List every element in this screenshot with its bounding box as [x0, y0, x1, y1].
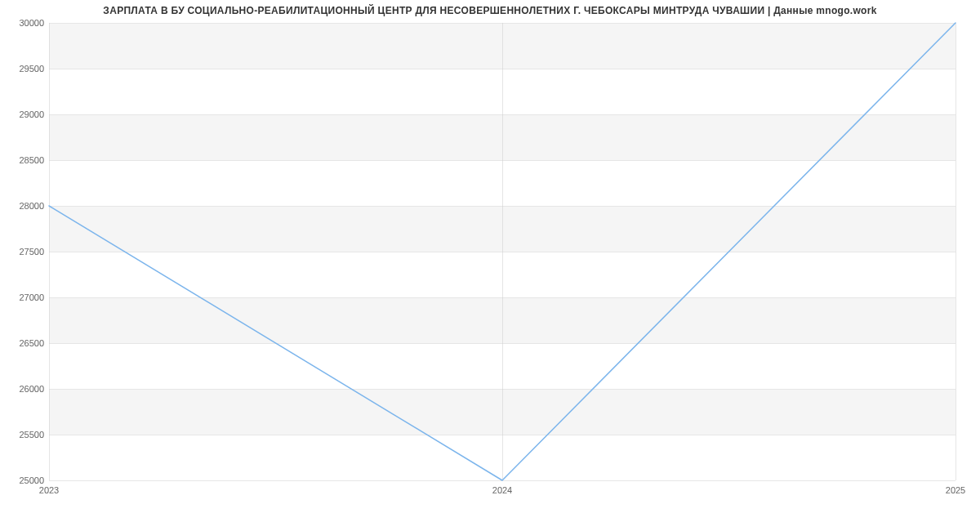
y-tick-label: 28500: [3, 155, 44, 165]
x-tick-label: 2023: [39, 485, 59, 495]
line-series: [49, 23, 956, 480]
y-tick-label: 29000: [3, 109, 44, 119]
y-tick-label: 25000: [3, 475, 44, 485]
plot-area: [49, 23, 956, 480]
y-tick-label: 26500: [3, 338, 44, 348]
chart-title: ЗАРПЛАТА В БУ СОЦИАЛЬНО-РЕАБИЛИТАЦИОННЫЙ…: [0, 5, 980, 16]
x-tick-label: 2024: [492, 485, 512, 495]
y-tick-label: 26000: [3, 384, 44, 394]
salary-line-chart: ЗАРПЛАТА В БУ СОЦИАЛЬНО-РЕАБИЛИТАЦИОННЫЙ…: [0, 0, 980, 531]
y-tick-label: 27000: [3, 292, 44, 302]
y-tick-label: 25500: [3, 430, 44, 440]
y-tick-label: 27500: [3, 247, 44, 257]
y-tick-label: 29500: [3, 64, 44, 74]
y-tick-label: 28000: [3, 201, 44, 211]
x-tick-label: 2025: [946, 485, 965, 495]
y-tick-label: 30000: [3, 18, 44, 28]
